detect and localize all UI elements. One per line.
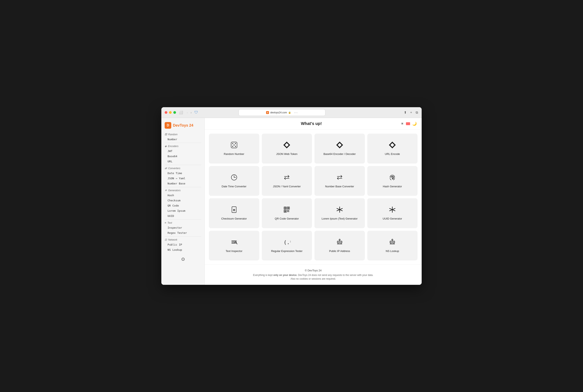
dice-section-icon: ⚄ [165,133,167,136]
sidebar-item-qr-code[interactable]: QR Code [161,203,204,208]
fingerprint-icon [388,174,396,182]
sidebar-item-lorem-ipsum[interactable]: Lorem Ipsum [161,208,204,213]
tool-label-text-inspector: Text Inspector [226,250,242,253]
tool-label-public-ip: Public IP Address [329,250,350,253]
asterisk-icon-uuid [388,206,396,214]
main-area: D DevToys 24 ⚄ Random Number ◈ Enco [161,118,422,285]
svg-point-1 [232,143,233,144]
tool-card-text-inspector[interactable]: Text Inspector [209,231,259,261]
tool-label-qr-code: QR Code Generator [275,217,299,220]
diamond-icon-jwt [283,141,291,150]
sidebar-item-number[interactable]: Number [161,137,204,142]
tool-card-date-time[interactable]: Date Time Converter [209,166,259,196]
tool-card-qr-code[interactable]: QR Code Generator [262,198,312,228]
app-name-suffix: Toys 24 [180,123,193,128]
title-bar-left: ⬜ ‹ › 🛡 [165,110,198,115]
tool-card-checksum[interactable]: Checksum Generator [209,198,259,228]
tool-card-json-yaml[interactable]: JSON / Yaml Converter [262,166,312,196]
tool-label-date-time: Date Time Converter [222,185,246,188]
sidebar-item-uuid[interactable]: UUID [161,213,204,218]
svg-point-4 [235,146,236,147]
content-header: What's up! ☀ 🌙 [205,118,422,130]
sidebar-section-label-network: Network [168,238,177,241]
tool-card-regex[interactable]: (.*) Regular Expression Tester [262,231,312,261]
tool-label-number-base: Number Base Converter [325,185,354,188]
sidebar-section-random: ⚄ Random Number [161,132,204,142]
sidebar-item-public-ip[interactable]: Public IP [161,242,204,247]
sidebar-item-hash[interactable]: Hash [161,193,204,198]
maximize-button[interactable] [173,111,176,114]
back-arrow-icon[interactable]: ‹ [186,110,188,115]
sidebar-item-base64[interactable]: Base64 [161,154,204,159]
arrows-icon-json [283,174,291,182]
sidebar-item-checksum[interactable]: Checksum [161,198,204,203]
tool-label-json-yaml: JSON / Yaml Converter [273,185,301,188]
svg-point-2 [235,143,236,144]
svg-point-50 [392,242,393,242]
content-area: What's up! ☀ 🌙 [205,118,422,285]
svg-point-42 [341,242,342,242]
sidebar-section-header-text: ≡ Text [161,220,204,225]
sidebar-item-jwt[interactable]: JWT [161,148,204,154]
arrows-icon-number [336,174,344,182]
address-bar-more-icon[interactable]: ⋯ [294,110,298,115]
moon-icon[interactable]: 🌙 [412,122,417,126]
sidebar-section-encoders: ◈ Encoders JWT Base64 URL [161,143,204,164]
tool-card-public-ip[interactable]: Public IP Address [314,231,365,261]
new-tab-icon[interactable]: ＋ [409,110,413,115]
tool-card-ns-lookup[interactable]: NS Lookup [367,231,418,261]
tool-card-hash[interactable]: Hash Generator [367,166,418,196]
sidebar-section-label-generators: Generators [168,189,180,192]
dice-icon [230,141,238,150]
tool-label-lorem-ipsum: Lorem Ipsum (Text) Generator [322,217,358,220]
tool-card-base64[interactable]: Base64 Encoder / Decoder [314,134,365,164]
sidebar-section-network: ⊡ Network Public IP NS Lookup [161,236,204,252]
svg-point-56 [392,239,393,240]
sidebar-toggle-icon[interactable]: ⬜ [178,110,184,115]
sidebar-item-datetime[interactable]: Date Time [161,170,204,176]
sidebar-footer: ⊙ [161,254,204,264]
divider [165,165,201,165]
tool-label-jwt: JSON Web Token [276,152,298,156]
tool-label-url-encode: URL Encode [385,152,400,156]
tool-card-uuid[interactable]: UUID Generator [367,198,418,228]
tabs-icon[interactable]: ⧉ [415,110,418,115]
tool-label-hash: Hash Generator [383,185,402,188]
sidebar-item-ns-lookup[interactable]: NS Lookup [161,247,204,252]
tool-card-jwt[interactable]: JSON Web Token [262,134,312,164]
tool-label-uuid: UUID Generator [382,217,402,220]
svg-rect-19 [285,208,286,209]
app-header: D DevToys 24 [161,120,204,132]
forward-arrow-icon[interactable]: › [190,110,192,115]
sidebar-item-inspector[interactable]: Inspector [161,225,204,230]
sun-icon[interactable]: ☀ [400,122,404,126]
address-bar[interactable]: D devtoys24.com 🔒 ⋯ [238,109,326,116]
nav-arrows: ‹ › [186,110,192,115]
diamond-section-icon: ◈ [165,144,167,148]
github-icon[interactable]: ⊙ [181,256,185,262]
network-section-icon: ⊡ [165,238,167,241]
tool-label-checksum: Checksum Generator [221,217,247,220]
text-section-icon: ≡ [165,221,166,224]
svg-point-41 [339,242,340,242]
close-button[interactable] [165,111,167,114]
minimize-button[interactable] [169,111,172,114]
diamond-icon-url [388,141,396,150]
tool-card-number-base[interactable]: Number Base Converter [314,166,365,196]
tool-card-random-number[interactable]: Random Number [209,134,259,164]
sidebar-item-url[interactable]: URL [161,159,204,164]
tool-card-url-encode[interactable]: URL Encode [367,134,418,164]
share-icon[interactable]: ⬆ [404,110,407,115]
arrows-section-icon: ⇄ [165,167,167,170]
svg-point-49 [391,242,392,242]
sidebar-item-number-base[interactable]: Number Base [161,181,204,186]
tool-card-lorem-ipsum[interactable]: Lorem Ipsum (Text) Generator [314,198,365,228]
sidebar-item-regex-tester[interactable]: Regex Tester [161,230,204,236]
sidebar: D DevToys 24 ⚄ Random Number ◈ Enco [161,118,205,285]
tool-label-base64: Base64 Encoder / Decoder [324,152,356,156]
footer-copyright: © DevToys 24 [209,269,418,272]
sidebar-item-json-yaml[interactable]: JSON ⇒ Yaml [161,176,204,181]
footer-note-part2: . DevToys 24 does not send any requests … [297,274,374,276]
sidebar-section-text: ≡ Text Inspector Regex Tester [161,219,204,236]
color-theme-picker[interactable] [406,122,410,125]
